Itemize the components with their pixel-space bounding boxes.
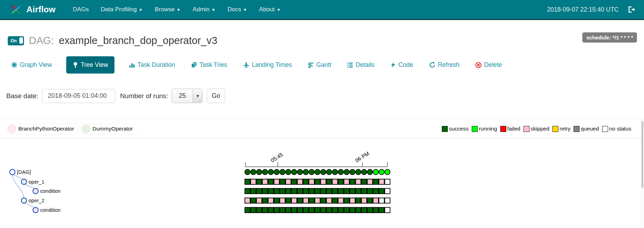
- dag-run-circle[interactable]: [344, 169, 349, 175]
- task-instance-cell[interactable]: [321, 208, 326, 213]
- task-instance-cell[interactable]: [385, 198, 390, 203]
- task-instance-cell[interactable]: [268, 208, 273, 213]
- tab-tree-view[interactable]: Tree View: [66, 56, 114, 74]
- nav-item-admin[interactable]: Admin▼: [187, 2, 221, 17]
- task-instance-cell[interactable]: [373, 198, 378, 203]
- task-instance-cell[interactable]: [297, 208, 303, 213]
- tree-node-oper_2[interactable]: [21, 198, 27, 203]
- nav-item-dags[interactable]: DAGs: [68, 2, 94, 17]
- task-instance-cell[interactable]: [315, 179, 320, 184]
- dag-on-off-toggle[interactable]: On: [8, 36, 24, 45]
- task-instance-cell[interactable]: [251, 208, 256, 213]
- task-instance-cell[interactable]: [297, 179, 303, 184]
- task-instance-cell[interactable]: [385, 189, 390, 194]
- task-instance-cell[interactable]: [268, 198, 273, 203]
- task-instance-cell[interactable]: [321, 189, 326, 194]
- dag-run-circle[interactable]: [338, 169, 343, 175]
- task-instance-cell[interactable]: [291, 179, 297, 184]
- task-instance-cell[interactable]: [256, 198, 262, 203]
- logout-icon[interactable]: [628, 6, 636, 13]
- tab-delete[interactable]: Delete: [474, 56, 503, 74]
- dag-run-circle[interactable]: [286, 169, 291, 175]
- task-instance-cell[interactable]: [297, 198, 303, 203]
- task-instance-cell[interactable]: [280, 208, 285, 213]
- num-runs-select[interactable]: 25 ▼: [172, 89, 203, 103]
- dag-run-circle[interactable]: [332, 169, 338, 175]
- nav-item-docs[interactable]: Docs▼: [222, 2, 253, 17]
- tree-node-condition[interactable]: [33, 189, 38, 194]
- task-instance-cell[interactable]: [350, 189, 355, 194]
- task-instance-cell[interactable]: [286, 189, 291, 194]
- tab-gantt[interactable]: Gantt: [306, 56, 333, 74]
- task-instance-cell[interactable]: [303, 189, 309, 194]
- task-instance-cell[interactable]: [355, 189, 361, 194]
- dag-run-circle[interactable]: [274, 169, 279, 175]
- task-instance-cell[interactable]: [245, 208, 250, 213]
- nav-item-about[interactable]: About▼: [254, 2, 286, 17]
- task-instance-cell[interactable]: [256, 179, 262, 184]
- task-instance-cell[interactable]: [379, 208, 384, 213]
- tab-graph-view[interactable]: Graph View: [10, 56, 53, 74]
- task-instance-cell[interactable]: [344, 189, 349, 194]
- tab-refresh[interactable]: Refresh: [428, 56, 461, 74]
- task-instance-cell[interactable]: [262, 189, 268, 194]
- task-instance-cell[interactable]: [256, 208, 262, 213]
- task-instance-cell[interactable]: [321, 179, 326, 184]
- task-instance-cell[interactable]: [385, 208, 390, 213]
- task-instance-cell[interactable]: [327, 179, 332, 184]
- task-instance-cell[interactable]: [373, 208, 378, 213]
- task-instance-cell[interactable]: [251, 198, 256, 203]
- task-instance-cell[interactable]: [274, 198, 279, 203]
- dag-run-circle[interactable]: [327, 169, 332, 175]
- tree-node-condition[interactable]: [33, 208, 38, 213]
- task-instance-cell[interactable]: [338, 179, 343, 184]
- tab-code[interactable]: Code: [389, 56, 415, 74]
- task-instance-cell[interactable]: [256, 189, 262, 194]
- dag-run-circle[interactable]: [361, 169, 367, 175]
- tab-task-duration[interactable]: Task Duration: [128, 56, 177, 74]
- task-instance-cell[interactable]: [385, 179, 390, 184]
- task-instance-cell[interactable]: [315, 208, 320, 213]
- tree-node-oper_1[interactable]: [21, 179, 27, 184]
- task-instance-cell[interactable]: [315, 189, 320, 194]
- task-instance-cell[interactable]: [309, 208, 314, 213]
- task-instance-cell[interactable]: [274, 189, 279, 194]
- task-instance-cell[interactable]: [280, 189, 285, 194]
- task-instance-cell[interactable]: [286, 198, 291, 203]
- task-instance-cell[interactable]: [286, 208, 291, 213]
- task-instance-cell[interactable]: [367, 179, 373, 184]
- task-instance-cell[interactable]: [268, 189, 273, 194]
- task-instance-cell[interactable]: [309, 179, 314, 184]
- task-instance-cell[interactable]: [262, 208, 268, 213]
- task-instance-cell[interactable]: [251, 189, 256, 194]
- task-instance-cell[interactable]: [291, 198, 297, 203]
- dag-run-circle[interactable]: [280, 169, 285, 175]
- task-instance-cell[interactable]: [350, 179, 355, 184]
- task-instance-cell[interactable]: [280, 198, 285, 203]
- task-instance-cell[interactable]: [332, 179, 338, 184]
- task-instance-cell[interactable]: [344, 198, 349, 203]
- task-instance-cell[interactable]: [361, 198, 367, 203]
- dag-run-circle[interactable]: [250, 169, 256, 175]
- task-instance-cell[interactable]: [332, 208, 338, 213]
- dag-run-circle[interactable]: [256, 169, 262, 175]
- task-instance-cell[interactable]: [327, 189, 332, 194]
- task-instance-cell[interactable]: [286, 179, 291, 184]
- task-instance-cell[interactable]: [327, 208, 332, 213]
- task-instance-cell[interactable]: [367, 198, 373, 203]
- task-instance-cell[interactable]: [332, 198, 338, 203]
- task-instance-cell[interactable]: [350, 208, 355, 213]
- task-instance-cell[interactable]: [338, 198, 343, 203]
- task-instance-cell[interactable]: [355, 198, 361, 203]
- task-instance-cell[interactable]: [379, 198, 384, 203]
- base-date-input[interactable]: [42, 89, 115, 103]
- task-instance-cell[interactable]: [379, 179, 384, 184]
- task-instance-cell[interactable]: [309, 198, 314, 203]
- task-instance-cell[interactable]: [344, 208, 349, 213]
- tab-details[interactable]: Details: [346, 56, 376, 74]
- task-instance-cell[interactable]: [367, 189, 373, 194]
- dag-run-circle[interactable]: [385, 169, 390, 175]
- dag-run-circle[interactable]: [373, 169, 378, 175]
- task-instance-cell[interactable]: [274, 179, 279, 184]
- task-instance-cell[interactable]: [262, 198, 268, 203]
